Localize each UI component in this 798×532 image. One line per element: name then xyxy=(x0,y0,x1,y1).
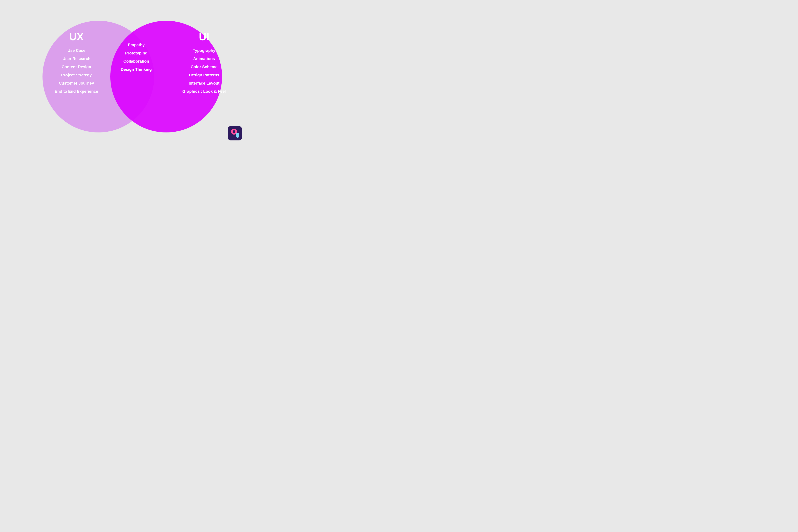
ux-item-3: Content Design xyxy=(62,64,91,69)
overlap-item-2: Prototyping xyxy=(125,51,148,55)
ui-item-6: Graphics : Look & Feel xyxy=(182,89,226,94)
ui-item-2: Animations xyxy=(193,56,215,61)
ux-item-6: End to End Experience xyxy=(55,89,98,94)
logo-icon xyxy=(230,129,240,138)
ui-item-4: Design Patterns xyxy=(189,73,219,77)
ui-title: UI xyxy=(199,31,209,43)
ui-item-3: Color Scheme xyxy=(191,64,217,69)
logo-p-inner xyxy=(233,130,235,133)
venn-diagram: UX Use Case User Research Content Design… xyxy=(26,11,246,142)
ux-item-2: User Research xyxy=(62,56,90,61)
overlap-section: Empathy Prototyping Collaboration Design… xyxy=(116,43,156,72)
logo-badge xyxy=(228,126,242,140)
ux-section: UX Use Case User Research Content Design… xyxy=(44,31,108,94)
overlap-item-3: Collaboration xyxy=(124,59,149,64)
logo-drop xyxy=(236,133,240,138)
ux-item-5: Customer Journey xyxy=(59,81,94,86)
overlap-item-4: Design Thinking xyxy=(121,67,152,72)
ui-section: UI Typography Animations Color Scheme De… xyxy=(174,31,234,94)
ui-item-1: Typography xyxy=(193,48,215,53)
overlap-item-1: Empathy xyxy=(128,43,145,47)
ux-item-1: Use Case xyxy=(68,48,86,53)
ux-item-4: Project Strategy xyxy=(61,73,92,77)
ui-item-5: Interface Layout xyxy=(189,81,220,86)
ux-title: UX xyxy=(69,31,83,43)
